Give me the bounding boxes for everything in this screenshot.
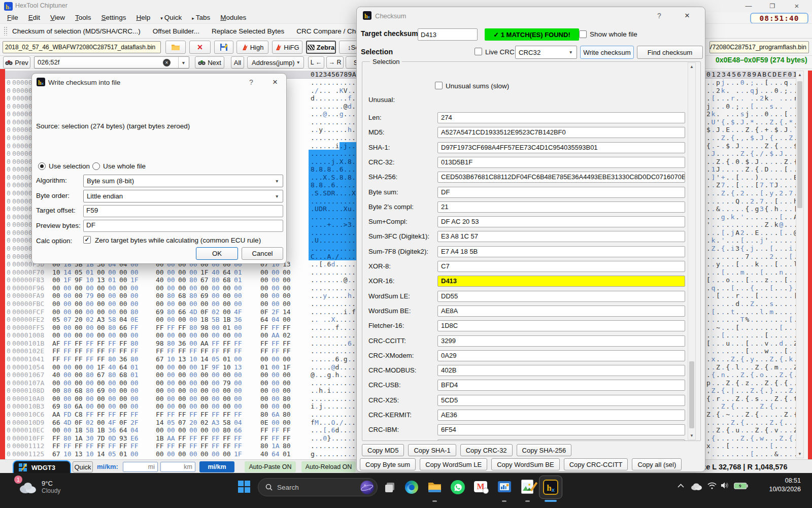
ascii-char[interactable]: . — [340, 276, 344, 284]
ascii-char[interactable]: 8 — [340, 174, 344, 182]
ascii-char[interactable]: . — [779, 308, 783, 316]
ascii-char[interactable]: . — [348, 260, 352, 268]
ascii-char[interactable]: . — [789, 268, 793, 277]
ascii-char[interactable]: g — [755, 205, 759, 213]
ascii-char[interactable]: . — [311, 236, 315, 245]
ascii-char[interactable]: . — [721, 292, 725, 300]
ascii-char[interactable]: . — [340, 331, 344, 340]
ascii-char[interactable]: . — [323, 363, 327, 371]
hex-byte[interactable]: 00 — [260, 268, 268, 277]
ascii-char[interactable]: . — [774, 245, 779, 253]
ascii-char[interactable]: . — [779, 165, 783, 174]
live-crc-label[interactable]: Live CRC — [485, 48, 515, 56]
ascii-char[interactable]: . — [755, 103, 759, 111]
ascii-char[interactable]: . — [352, 395, 356, 403]
ascii-char[interactable]: . — [769, 197, 773, 206]
hex-byte[interactable]: 10 — [223, 363, 230, 371]
hex-byte[interactable]: 00 — [167, 268, 175, 277]
hex-byte[interactable]: 00 — [212, 284, 219, 292]
ascii-char[interactable]: . — [706, 94, 710, 103]
ascii-char[interactable]: 6 — [335, 355, 340, 363]
ascii-char[interactable]: . — [315, 245, 319, 253]
ascii-char[interactable]: . — [340, 300, 344, 308]
ascii-char[interactable]: . — [779, 103, 783, 111]
ascii-char[interactable]: . — [323, 150, 327, 158]
ascii-char[interactable]: . — [721, 379, 725, 387]
ascii-char[interactable]: . — [721, 434, 725, 443]
hex-byte[interactable]: FF — [86, 355, 93, 363]
ascii-char[interactable]: . — [769, 174, 773, 182]
ascii-char[interactable]: . — [712, 276, 716, 284]
hex-byte[interactable]: FF — [283, 324, 290, 332]
ascii-char[interactable]: . — [335, 411, 340, 419]
ascii-char[interactable]: . — [765, 118, 769, 126]
ascii-char[interactable]: . — [769, 340, 773, 348]
hex-byte[interactable]: FF — [178, 434, 186, 443]
hex-byte[interactable]: FF — [52, 434, 60, 443]
ascii-char[interactable]: . — [327, 245, 331, 253]
ascii-char[interactable]: . — [712, 292, 716, 300]
ascii-char[interactable]: . — [331, 245, 335, 253]
ascii-char[interactable]: . — [344, 379, 348, 387]
hex-byte[interactable]: 0F — [200, 308, 208, 316]
ascii-char[interactable]: . — [769, 434, 773, 443]
ascii-char[interactable]: . — [784, 419, 788, 427]
hex-byte[interactable]: 58 — [223, 419, 230, 427]
ascii-char[interactable]: { — [750, 371, 754, 379]
ascii-char[interactable]: * — [789, 118, 793, 126]
ascii-char[interactable]: . — [311, 316, 315, 324]
ascii-char[interactable]: . — [765, 260, 769, 268]
ascii-char[interactable]: . — [779, 442, 783, 450]
ascii-char[interactable]: . — [712, 268, 716, 277]
ascii-char[interactable]: . — [731, 442, 735, 450]
ascii-char[interactable]: . — [789, 126, 793, 134]
hex-byte[interactable]: 00 — [75, 300, 82, 308]
ascii-char[interactable]: [ — [789, 316, 793, 324]
ascii-char[interactable]: 0 — [735, 158, 739, 166]
ascii-char[interactable]: . — [735, 221, 739, 229]
ascii-char[interactable]: . — [335, 158, 340, 166]
ascii-char[interactable]: . — [319, 292, 323, 300]
hex-byte[interactable]: 40 — [108, 363, 116, 371]
hex-byte[interactable]: 00 — [167, 379, 175, 387]
hex-byte[interactable]: 00 — [97, 324, 105, 332]
ascii-char[interactable]: . — [331, 134, 335, 142]
hex-byte[interactable]: 00 — [97, 268, 105, 277]
ascii-char[interactable]: . — [716, 110, 720, 118]
ascii-char[interactable]: . — [315, 340, 319, 348]
ascii-char[interactable]: . — [323, 340, 327, 348]
hex-byte[interactable]: 00 — [156, 316, 163, 324]
ascii-char[interactable]: . — [735, 213, 739, 221]
ascii-char[interactable]: . — [750, 205, 754, 213]
ascii-char[interactable]: . — [779, 450, 783, 458]
ascii-char[interactable]: . — [331, 411, 335, 419]
hex-byte[interactable]: FF — [272, 340, 279, 348]
ascii-char[interactable]: . — [706, 236, 710, 245]
ascii-char[interactable]: 8 — [311, 181, 315, 189]
hex-byte[interactable]: 36 — [234, 316, 242, 324]
hex-byte[interactable]: 1F — [97, 363, 105, 371]
ascii-char[interactable]: u — [726, 340, 730, 348]
ascii-char[interactable]: . — [769, 268, 773, 277]
ascii-char[interactable]: . — [740, 308, 745, 316]
ascii-char[interactable]: } — [327, 434, 331, 443]
ascii-char[interactable]: Z — [789, 387, 793, 395]
ascii-char[interactable]: . — [348, 331, 352, 340]
ascii-char[interactable]: . — [745, 308, 749, 316]
ascii-char[interactable]: . — [769, 411, 773, 419]
ascii-char[interactable]: . — [319, 324, 323, 332]
hex-byte[interactable]: 00 — [75, 371, 82, 379]
ascii-char[interactable]: u — [735, 426, 739, 434]
ascii-char[interactable]: . — [348, 308, 352, 316]
ascii-char[interactable]: . — [731, 158, 735, 166]
ascii-char[interactable]: . — [344, 331, 348, 340]
ascii-char[interactable]: . — [331, 236, 335, 245]
ascii-char[interactable]: . — [716, 229, 720, 237]
ascii-char[interactable]: . — [750, 94, 754, 103]
ascii-char[interactable]: . — [323, 221, 327, 229]
ascii-char[interactable]: . — [712, 79, 716, 87]
ascii-char[interactable]: . — [323, 142, 327, 150]
ascii-char[interactable]: . — [340, 402, 344, 411]
ascii-char[interactable]: . — [784, 134, 788, 142]
hex-byte[interactable]: FF — [272, 347, 279, 355]
